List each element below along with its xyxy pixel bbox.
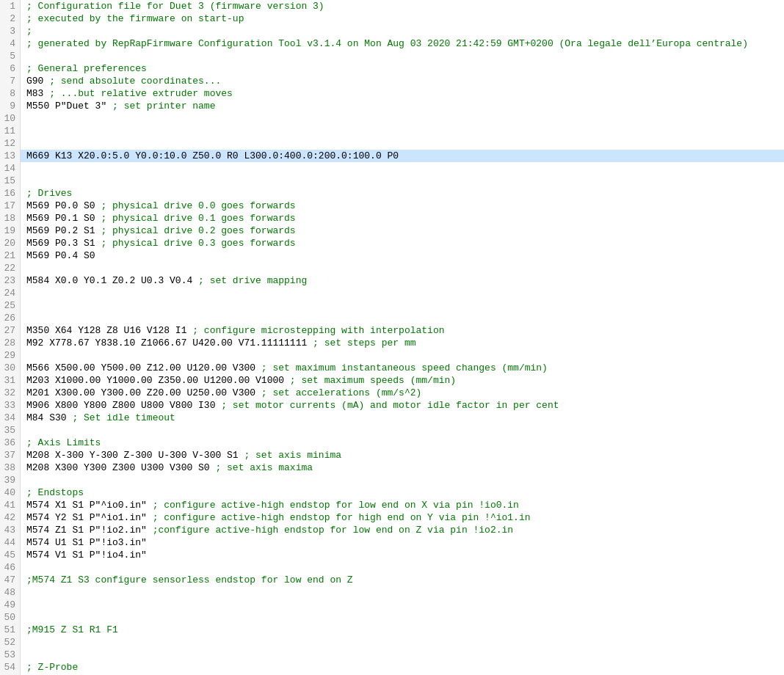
code-line: 46 xyxy=(0,561,784,574)
line-content: ; Axis Limits xyxy=(21,437,784,449)
code-line: 20M569 P0.3 S1 ; physical drive 0.3 goes… xyxy=(0,237,784,249)
line-number: 19 xyxy=(0,225,21,237)
line-content: M83 ; ...but relative extruder moves xyxy=(21,87,784,100)
line-number: 3 xyxy=(0,25,21,37)
line-number: 54 xyxy=(0,661,21,674)
line-number: 1 xyxy=(0,0,21,12)
code-line: 7G90 ; send absolute coordinates... xyxy=(0,75,784,87)
line-number: 41 xyxy=(0,499,21,511)
line-number: 32 xyxy=(0,387,21,399)
line-content: M566 X500.00 Y500.00 Z12.00 U120.00 V300… xyxy=(21,362,784,374)
line-content: M569 P0.0 S0 ; physical drive 0.0 goes f… xyxy=(21,200,784,212)
line-content: ;M574 Z1 S3 configure sensorless endstop… xyxy=(21,574,784,586)
line-content: ; Z-Probe xyxy=(21,661,784,674)
line-number: 26 xyxy=(0,312,21,324)
code-line: 44M574 U1 S1 P"!io3.in" xyxy=(0,536,784,549)
line-number: 50 xyxy=(0,611,21,624)
code-line: 5 xyxy=(0,50,784,62)
line-content xyxy=(21,312,784,324)
code-line: 41M574 X1 S1 P"^io0.in" ; configure acti… xyxy=(0,499,784,511)
line-number: 4 xyxy=(0,37,21,50)
code-line: 38M208 X300 Y300 Z300 U300 V300 S0 ; set… xyxy=(0,461,784,474)
line-number: 48 xyxy=(0,586,21,599)
line-number: 39 xyxy=(0,474,21,486)
line-number: 34 xyxy=(0,412,21,424)
line-content: ; xyxy=(21,25,784,37)
line-number: 52 xyxy=(0,636,21,649)
line-number: 28 xyxy=(0,337,21,349)
code-line: 45M574 V1 S1 P"!io4.in" xyxy=(0,549,784,561)
line-content: ; General preferences xyxy=(21,62,784,75)
code-line: 35 xyxy=(0,424,784,437)
line-number: 14 xyxy=(0,162,21,175)
code-line: 25 xyxy=(0,299,784,312)
line-number: 35 xyxy=(0,424,21,437)
code-line: 34M84 S30 ; Set idle timeout xyxy=(0,412,784,424)
code-line: 51;M915 Z S1 R1 F1 xyxy=(0,624,784,636)
line-content: M201 X300.00 Y300.00 Z20.00 U250.00 V300… xyxy=(21,387,784,399)
code-line: 24 xyxy=(0,287,784,299)
line-content: M203 X1000.00 Y1000.00 Z350.00 U1200.00 … xyxy=(21,374,784,387)
code-line: 54; Z-Probe xyxy=(0,661,784,674)
line-content: M569 P0.2 S1 ; physical drive 0.2 goes f… xyxy=(21,225,784,237)
line-content: G90 ; send absolute coordinates... xyxy=(21,75,784,87)
line-number: 44 xyxy=(0,536,21,549)
code-line: 16; Drives xyxy=(0,187,784,200)
line-number: 7 xyxy=(0,75,21,87)
code-line: 12 xyxy=(0,137,784,150)
line-number: 29 xyxy=(0,349,21,362)
line-number: 20 xyxy=(0,237,21,249)
line-number: 33 xyxy=(0,399,21,412)
code-line: 11 xyxy=(0,125,784,137)
line-number: 18 xyxy=(0,212,21,225)
code-line: 31M203 X1000.00 Y1000.00 Z350.00 U1200.0… xyxy=(0,374,784,387)
code-line: 30M566 X500.00 Y500.00 Z12.00 U120.00 V3… xyxy=(0,362,784,374)
line-content xyxy=(21,50,784,62)
line-content xyxy=(21,561,784,574)
code-line: 2; executed by the firmware on start-up xyxy=(0,12,784,25)
line-content: M669 K13 X20.0:5.0 Y0.0:10.0 Z50.0 R0 L3… xyxy=(21,150,784,162)
code-line: 22 xyxy=(0,262,784,274)
code-line: 10 xyxy=(0,112,784,125)
line-content xyxy=(21,162,784,175)
code-line: 37M208 X-300 Y-300 Z-300 U-300 V-300 S1 … xyxy=(0,449,784,461)
line-content xyxy=(21,349,784,362)
line-content xyxy=(21,636,784,649)
code-line: 48 xyxy=(0,586,784,599)
code-line: 40; Endstops xyxy=(0,486,784,499)
line-content: ; Endstops xyxy=(21,486,784,499)
code-line: 4; generated by RepRapFirmware Configura… xyxy=(0,37,784,50)
code-line: 33M906 X800 Y800 Z800 U800 V800 I30 ; se… xyxy=(0,399,784,412)
line-content: ; Configuration file for Duet 3 (firmwar… xyxy=(21,0,784,12)
line-number: 25 xyxy=(0,299,21,312)
line-content: M208 X300 Y300 Z300 U300 V300 S0 ; set a… xyxy=(21,461,784,474)
code-line: 14 xyxy=(0,162,784,175)
line-content: ; executed by the firmware on start-up xyxy=(21,12,784,25)
code-line: 13M669 K13 X20.0:5.0 Y0.0:10.0 Z50.0 R0 … xyxy=(0,150,784,162)
line-content xyxy=(21,649,784,661)
code-line: 42M574 Y2 S1 P"^io1.in" ; configure acti… xyxy=(0,511,784,524)
line-content xyxy=(21,175,784,187)
code-line: 6; General preferences xyxy=(0,62,784,75)
line-number: 40 xyxy=(0,486,21,499)
line-number: 9 xyxy=(0,100,21,112)
line-number: 24 xyxy=(0,287,21,299)
line-content: M569 P0.3 S1 ; physical drive 0.3 goes f… xyxy=(21,237,784,249)
line-content: M350 X64 Y128 Z8 U16 V128 I1 ; configure… xyxy=(21,324,784,337)
line-content: M569 P0.4 S0 xyxy=(21,249,784,262)
line-content: M906 X800 Y800 Z800 U800 V800 I30 ; set … xyxy=(21,399,784,412)
code-line: 18M569 P0.1 S0 ; physical drive 0.1 goes… xyxy=(0,212,784,225)
line-content: M92 X778.67 Y838.10 Z1066.67 U420.00 V71… xyxy=(21,337,784,349)
code-line: 52 xyxy=(0,636,784,649)
line-content xyxy=(21,599,784,611)
code-line: 28M92 X778.67 Y838.10 Z1066.67 U420.00 V… xyxy=(0,337,784,349)
line-number: 6 xyxy=(0,62,21,75)
line-number: 17 xyxy=(0,200,21,212)
code-line: 47;M574 Z1 S3 configure sensorless endst… xyxy=(0,574,784,586)
line-content: M574 Y2 S1 P"^io1.in" ; configure active… xyxy=(21,511,784,524)
code-line: 49 xyxy=(0,599,784,611)
line-content xyxy=(21,611,784,624)
line-content: ; generated by RepRapFirmware Configurat… xyxy=(21,37,784,50)
code-line: 21M569 P0.4 S0 xyxy=(0,249,784,262)
code-line: 23M584 X0.0 Y0.1 Z0.2 U0.3 V0.4 ; set dr… xyxy=(0,274,784,287)
